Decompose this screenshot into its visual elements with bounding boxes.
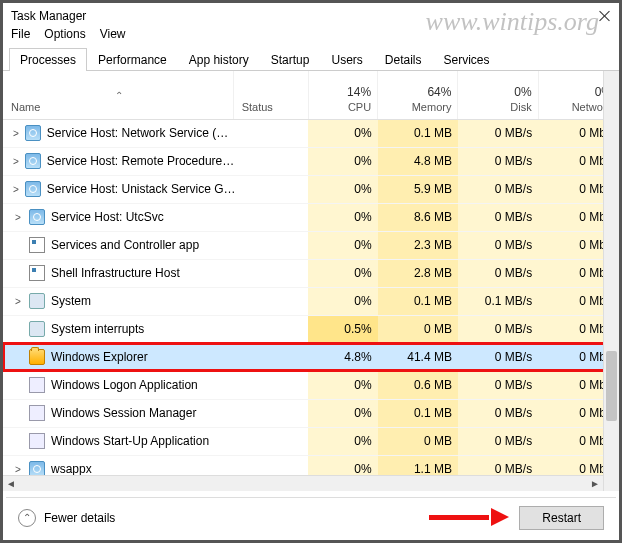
svc-icon (25, 125, 41, 141)
menu-view[interactable]: View (100, 27, 126, 41)
expand-icon[interactable]: > (13, 156, 19, 167)
col-name-label: Name (11, 101, 40, 113)
menu-options[interactable]: Options (44, 27, 85, 41)
cpu-cell: 0.5% (308, 315, 378, 343)
mem-cell: 0.1 MB (378, 287, 458, 315)
app-icon (29, 237, 45, 253)
cpu-pct: 14% (315, 85, 372, 99)
titlebar: Task Manager (3, 3, 619, 25)
tab-users[interactable]: Users (320, 48, 373, 71)
status-cell (233, 427, 308, 455)
process-grid: ⌃ Name Status 14% CPU 64% Memory 0% Disk (3, 71, 619, 491)
window-title: Task Manager (11, 9, 86, 23)
process-name: Service Host: UtcSvc (51, 210, 164, 224)
mem-pct: 64% (384, 85, 451, 99)
tab-performance[interactable]: Performance (87, 48, 178, 71)
process-name: System interrupts (51, 322, 144, 336)
table-row[interactable]: Windows Start-Up Application0%0 MB0 MB/s… (3, 427, 619, 455)
tabstrip: Processes Performance App history Startu… (3, 47, 619, 71)
col-memory[interactable]: 64% Memory (378, 71, 458, 119)
mem-cell: 5.9 MB (378, 175, 458, 203)
cpu-cell: 0% (308, 147, 378, 175)
tab-processes[interactable]: Processes (9, 48, 87, 71)
disk-cell: 0 MB/s (458, 231, 538, 259)
disk-cell: 0 MB/s (458, 343, 538, 371)
col-cpu[interactable]: 14% CPU (308, 71, 378, 119)
restart-button[interactable]: Restart (519, 506, 604, 530)
expand-icon[interactable]: > (13, 128, 19, 139)
tab-details[interactable]: Details (374, 48, 433, 71)
menu-file[interactable]: File (11, 27, 30, 41)
table-row[interactable]: >Service Host: Unistack Service G…0%5.9 … (3, 175, 619, 203)
explorer-icon (29, 349, 45, 365)
table-row[interactable]: Services and Controller app0%2.3 MB0 MB/… (3, 231, 619, 259)
mem-cell: 0.1 MB (378, 119, 458, 147)
disk-cell: 0 MB/s (458, 371, 538, 399)
col-status[interactable]: Status (233, 71, 308, 119)
table-row[interactable]: >Service Host: Network Service (…0%0.1 M… (3, 119, 619, 147)
fewer-details-label: Fewer details (44, 511, 115, 525)
tab-apphistory[interactable]: App history (178, 48, 260, 71)
expand-icon[interactable]: > (13, 296, 23, 307)
table-row[interactable]: Windows Logon Application0%0.6 MB0 MB/s0… (3, 371, 619, 399)
table-row[interactable]: Windows Explorer4.8%41.4 MB0 MB/s0 Mbp (3, 343, 619, 371)
cpu-cell: 0% (308, 259, 378, 287)
cpu-cell: 0% (308, 287, 378, 315)
horizontal-scrollbar[interactable]: ◄ ► (3, 475, 603, 491)
table-row[interactable]: >System0%0.1 MB0.1 MB/s0 Mbp (3, 287, 619, 315)
disk-cell: 0 MB/s (458, 259, 538, 287)
status-cell (233, 343, 308, 371)
fewer-details-button[interactable]: ⌃ Fewer details (18, 509, 115, 527)
svc-icon (25, 153, 41, 169)
expand-icon[interactable]: > (13, 212, 23, 223)
disk-cell: 0.1 MB/s (458, 287, 538, 315)
mem-cell: 0.1 MB (378, 399, 458, 427)
status-cell (233, 259, 308, 287)
mem-label: Memory (412, 101, 452, 113)
disk-pct: 0% (464, 85, 531, 99)
status-cell (233, 147, 308, 175)
close-icon[interactable] (599, 10, 611, 22)
status-cell (233, 231, 308, 259)
status-cell (233, 315, 308, 343)
disk-cell: 0 MB/s (458, 175, 538, 203)
cpu-cell: 0% (308, 175, 378, 203)
table-row[interactable]: Windows Session Manager0%0.1 MB0 MB/s0 M… (3, 399, 619, 427)
mem-cell: 8.6 MB (378, 203, 458, 231)
table-row[interactable]: >Service Host: UtcSvc0%8.6 MB0 MB/s0 Mbp (3, 203, 619, 231)
generic-icon (29, 433, 45, 449)
cpu-cell: 0% (308, 427, 378, 455)
sys-icon (29, 293, 45, 309)
table-row[interactable]: >Service Host: Remote Procedure…0%4.8 MB… (3, 147, 619, 175)
net-pct: 0% (545, 85, 612, 99)
process-table: ⌃ Name Status 14% CPU 64% Memory 0% Disk (3, 71, 619, 484)
cpu-cell: 0% (308, 231, 378, 259)
status-cell (233, 399, 308, 427)
mem-cell: 2.8 MB (378, 259, 458, 287)
scroll-right-icon[interactable]: ► (587, 478, 603, 489)
status-cell (233, 203, 308, 231)
svc-icon (25, 181, 41, 197)
cpu-cell: 0% (308, 119, 378, 147)
scrollbar-thumb[interactable] (606, 351, 617, 421)
process-name: Windows Logon Application (51, 378, 198, 392)
status-cell (233, 287, 308, 315)
scroll-left-icon[interactable]: ◄ (3, 478, 19, 489)
table-row[interactable]: System interrupts0.5%0 MB0 MB/s0 Mbp (3, 315, 619, 343)
process-name: Services and Controller app (51, 238, 199, 252)
sys-icon (29, 321, 45, 337)
disk-label: Disk (510, 101, 531, 113)
disk-cell: 0 MB/s (458, 147, 538, 175)
status-cell (233, 371, 308, 399)
vertical-scrollbar[interactable] (603, 71, 619, 491)
status-cell (233, 175, 308, 203)
col-name[interactable]: ⌃ Name (3, 71, 233, 119)
col-disk[interactable]: 0% Disk (458, 71, 538, 119)
tab-services[interactable]: Services (433, 48, 501, 71)
cpu-cell: 0% (308, 371, 378, 399)
tab-startup[interactable]: Startup (260, 48, 321, 71)
process-name: System (51, 294, 91, 308)
table-row[interactable]: Shell Infrastructure Host0%2.8 MB0 MB/s0… (3, 259, 619, 287)
expand-icon[interactable]: > (13, 464, 23, 475)
expand-icon[interactable]: > (13, 184, 19, 195)
